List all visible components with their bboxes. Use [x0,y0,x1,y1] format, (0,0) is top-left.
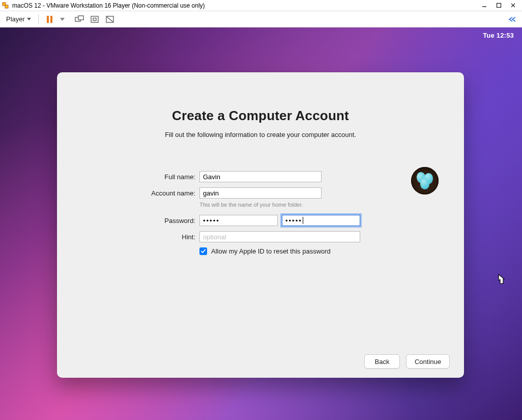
power-menu-button[interactable] [58,12,67,26]
dialog-subtitle: Fill out the following information to cr… [71,131,450,138]
back-button[interactable]: Back [364,354,400,369]
vm-screen[interactable]: Tue 12:53 Create a Computer Account Fill… [0,27,522,420]
account-form: Full name: Gavin Account name: gavin Thi… [118,171,403,255]
toolbar-separator [38,14,39,24]
host-window-title: macOS 12 - VMware Workstation 16 Player … [12,2,205,9]
setup-dialog: Create a Computer Account Fill out the f… [57,72,464,378]
text-caret [303,217,303,224]
svg-line-12 [107,17,113,22]
player-menu[interactable]: Player [3,14,34,24]
svg-rect-1 [5,5,8,8]
player-menu-label: Player [6,15,25,23]
full-name-label: Full name: [118,173,195,181]
account-name-helper: This will be the name of your home folde… [199,202,403,208]
password-input[interactable]: ••••• [199,215,278,226]
account-avatar[interactable] [411,167,439,194]
continue-button[interactable]: Continue [406,354,450,369]
hint-label: Hint: [118,233,195,241]
host-toolbar: Player [0,11,522,27]
account-name-label: Account name: [118,189,195,197]
fullscreen-button[interactable] [88,12,102,26]
vmware-app-icon [2,2,9,9]
hint-input[interactable]: optional [199,231,360,242]
apple-id-reset-checkbox[interactable] [199,247,207,255]
pause-icon [47,16,52,23]
dialog-title: Create a Computer Account [71,108,450,124]
full-name-input[interactable]: Gavin [199,171,322,182]
dialog-footer: Back Continue [71,354,450,369]
host-titlebar: macOS 12 - VMware Workstation 16 Player … [0,0,522,11]
account-name-input[interactable]: gavin [199,187,322,199]
menubar-clock: Tue 12:53 [483,32,514,39]
cursor-icon [496,273,506,285]
pause-vm-button[interactable] [43,12,57,26]
maximize-button[interactable] [491,1,506,11]
send-ctrl-alt-del-button[interactable] [72,12,86,26]
close-button[interactable] [506,1,520,11]
chevron-down-icon [27,18,31,20]
svg-rect-9 [91,16,98,22]
verify-password-input[interactable]: ••••• [282,215,360,226]
svg-rect-3 [497,4,501,8]
unity-mode-button[interactable] [103,12,117,26]
svg-rect-8 [78,16,83,20]
svg-marker-6 [60,18,65,21]
minimize-button[interactable] [477,1,491,11]
apple-id-reset-label: Allow my Apple ID to reset this password [211,247,331,255]
collapse-toolbar-button[interactable] [505,12,519,26]
password-label: Password: [118,217,195,225]
svg-rect-10 [93,18,96,20]
